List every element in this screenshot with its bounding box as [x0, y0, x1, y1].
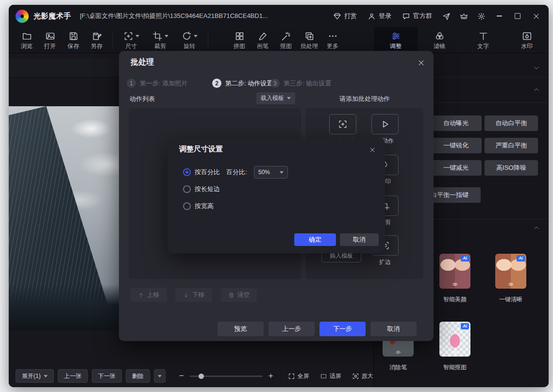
- toolbar-open[interactable]: 打开: [38, 27, 62, 53]
- toolbar-adjust-label: 调整: [390, 43, 402, 49]
- toolbar-collage[interactable]: 拼图: [228, 27, 251, 53]
- ai-badge: Ai: [461, 255, 469, 261]
- toolbar-rotate[interactable]: 旋转: [175, 27, 204, 53]
- official-group-button[interactable]: 官方群: [398, 10, 436, 22]
- load-template-button[interactable]: 载入模板: [256, 92, 295, 104]
- fit-screen-button[interactable]: 适屏: [320, 372, 341, 380]
- percent-select[interactable]: 50%: [254, 166, 288, 179]
- more-dots-icon: [328, 31, 338, 41]
- delete-dropdown-button[interactable]: [154, 369, 166, 383]
- minimize-button[interactable]: [491, 9, 507, 23]
- smart-beauty-thumb[interactable]: Ai: [439, 254, 470, 289]
- smart-cutout-thumb[interactable]: Ai: [439, 322, 470, 357]
- radio-by-percent[interactable]: [183, 168, 191, 176]
- delete-button[interactable]: 删除: [126, 369, 150, 383]
- toolbar-filter[interactable]: 滤镜: [418, 27, 461, 53]
- original-size-button[interactable]: 原大: [352, 372, 373, 380]
- zoom-in-button[interactable]: +: [268, 371, 274, 381]
- severe-white-balance-button[interactable]: 严重白平衡: [485, 138, 538, 153]
- dim-light-button[interactable]: 一键减光: [430, 160, 482, 176]
- by-percent-label: 按百分比: [195, 168, 220, 176]
- toolbar-watermark[interactable]: 水印: [505, 27, 549, 53]
- size-dialog-title: 调整尺寸设置: [179, 145, 223, 154]
- sharpen-button[interactable]: 一键锐化: [430, 138, 482, 153]
- app-window: 光影魔术手 [F:\桌面文件\图片文件\拍摄照片\135C9464EA21BB7…: [9, 5, 549, 387]
- by-edge-label: 按长短边: [195, 185, 220, 193]
- dim-light-label: 一键减光: [443, 163, 469, 172]
- brush-icon: [258, 31, 268, 41]
- zoom-out-button[interactable]: −: [178, 371, 185, 381]
- chevron-down-icon: [194, 35, 198, 37]
- original-size-icon: [352, 373, 359, 380]
- compare-icon: [508, 281, 514, 287]
- one-click-clarity-thumb[interactable]: Ai: [495, 254, 526, 289]
- maximize-button[interactable]: [510, 9, 525, 23]
- close-icon: [533, 13, 540, 20]
- iso-denoise-button[interactable]: 高ISO降噪: [485, 160, 538, 176]
- toolbar-browse[interactable]: 浏览: [15, 27, 38, 53]
- reward-button[interactable]: 打赏: [329, 10, 361, 22]
- expand-button[interactable]: 展开(1): [16, 369, 54, 383]
- chevron-down-icon: [280, 171, 284, 174]
- photo-canvas[interactable]: [9, 106, 119, 330]
- toolbar-save-as-label: 另存: [91, 43, 102, 49]
- chevron-down-icon: [44, 375, 48, 377]
- by-width-height-label: 按宽高: [195, 202, 214, 210]
- clear-button[interactable]: 清空: [221, 288, 257, 302]
- radio-by-edge[interactable]: [183, 185, 191, 193]
- next-photo-button[interactable]: 下一张: [92, 369, 122, 383]
- batch-cancel-button[interactable]: 取消: [370, 322, 417, 336]
- play-icon: [380, 119, 390, 129]
- crown-icon: [460, 12, 468, 20]
- batch-dialog-close-button[interactable]: [414, 56, 428, 69]
- toolbar-brush[interactable]: 画笔: [251, 27, 274, 53]
- severe-white-balance-label: 严重白平衡: [496, 141, 527, 150]
- trash-icon: [228, 292, 235, 298]
- toolbar-save[interactable]: 保存: [62, 27, 85, 53]
- preview-button[interactable]: 预览: [218, 322, 264, 336]
- move-down-button[interactable]: 下移: [175, 288, 212, 302]
- toolbar-cutout[interactable]: 抠图: [274, 27, 298, 53]
- toolbar-batch[interactable]: 批处理: [298, 27, 321, 53]
- zoom-slider-knob[interactable]: [199, 374, 204, 379]
- share-icon: [442, 12, 451, 20]
- delete-label: 删除: [132, 372, 144, 380]
- toolbar-save-label: 保存: [67, 43, 79, 49]
- minimize-icon: [497, 16, 502, 16]
- toolbar-save-as[interactable]: 另存: [85, 27, 108, 53]
- fullscreen-button[interactable]: 全屏: [288, 372, 309, 380]
- batch-dialog-title: 批处理: [131, 57, 154, 67]
- toolbar-size[interactable]: 尺寸: [117, 27, 146, 53]
- toolbar-more[interactable]: 更多: [321, 27, 344, 53]
- radio-by-width-height[interactable]: [183, 202, 191, 210]
- crop-icon: [152, 31, 163, 41]
- settings-button[interactable]: [474, 9, 488, 23]
- toolbar-adjust[interactable]: 调整: [374, 27, 418, 53]
- close-icon: [369, 147, 376, 153]
- size-ok-button[interactable]: 确定: [294, 233, 336, 246]
- auto-white-balance-button[interactable]: 自动白平衡: [485, 115, 538, 131]
- next-step-button[interactable]: 下一步: [319, 322, 366, 336]
- auto-exposure-button[interactable]: 自动曝光: [430, 115, 482, 131]
- move-up-button[interactable]: 上移: [130, 288, 167, 302]
- gear-icon: [477, 12, 486, 20]
- step-3-label: 第三步: 输出设置: [284, 79, 331, 88]
- step-3-number: 3: [270, 79, 280, 88]
- toolbar-crop[interactable]: 裁剪: [146, 27, 175, 53]
- toolbar-collage-label: 拼图: [234, 43, 245, 49]
- size-cancel-button[interactable]: 取消: [340, 233, 379, 246]
- size-dialog-close-button[interactable]: [366, 143, 379, 157]
- close-button[interactable]: [528, 9, 544, 23]
- zoom-slider[interactable]: [190, 376, 263, 377]
- sharpen-label: 一键锐化: [443, 141, 469, 150]
- prev-step-button[interactable]: 上一步: [268, 322, 315, 336]
- share-button[interactable]: [439, 9, 453, 23]
- vip-button[interactable]: [456, 9, 471, 23]
- fullscreen-label: 全屏: [298, 372, 309, 380]
- prev-photo-button[interactable]: 上一张: [58, 369, 88, 383]
- login-button[interactable]: 登录: [364, 10, 395, 22]
- step-2: 2 第二步: 动作设置: [212, 79, 273, 88]
- rotate-icon: [182, 31, 192, 41]
- toolbar-text[interactable]: 文字: [461, 27, 505, 53]
- image-icon: [45, 31, 55, 41]
